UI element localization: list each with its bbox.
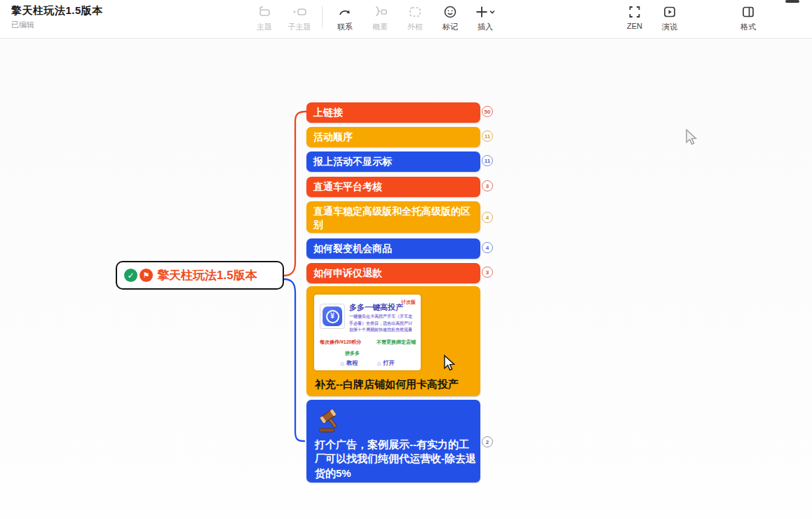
badge-value: 4: [486, 215, 489, 221]
root-topic[interactable]: ✓ ⚑ 擎天柱玩法1.5版本: [116, 261, 284, 290]
app-icon: ¥: [323, 306, 342, 326]
zen-brackets-icon: [627, 4, 642, 20]
count-badge[interactable]: 2: [482, 436, 493, 447]
app-title: 多多一键高投产: [349, 302, 403, 313]
topic-node[interactable]: 活动顺序: [306, 127, 480, 147]
platform-text: 拼多多: [345, 350, 360, 356]
insert-plus-icon: [475, 4, 496, 20]
marker-label: 标记: [442, 22, 458, 32]
topic-node[interactable]: 直通车稳定高级版和全托高级版的区别: [306, 201, 480, 233]
format-button[interactable]: 格式: [731, 4, 766, 32]
topic-label: 上链接: [313, 107, 343, 118]
subtopic-label: 子主题: [288, 22, 311, 32]
topic-label: 打个广告，案例展示--有实力的工厂可以找我们纯佣代运营收-除去退货的5%: [315, 438, 478, 480]
main-toolbar: 主题 子主题 联系: [247, 4, 503, 32]
app-description: 一键傻瓜化卡高投产开车（开车老手必看）全类目，适合出高投产计划第十个周期前快速拉…: [349, 314, 416, 334]
topic-label: 活动顺序: [313, 131, 353, 142]
yuan-icon: ¥: [326, 310, 339, 323]
marker-smiley-icon: [442, 4, 458, 20]
topic-node[interactable]: 如何裂变机会商品: [306, 238, 480, 259]
mouse-cursor-ghost: [684, 128, 699, 148]
summary-label: 概要: [372, 22, 388, 32]
tutorial-label: 教程: [346, 360, 358, 368]
app-icon-frame: ¥: [320, 304, 345, 329]
marker-button[interactable]: 标记: [433, 4, 468, 32]
badge-value: 4: [486, 245, 489, 251]
insert-button[interactable]: 插入: [468, 4, 503, 32]
embedded-screenshot: 计次版 ¥ 多多一键高投产 一键傻瓜化卡高投产开车（开车老手必看）全类目，适合出…: [314, 295, 421, 370]
relation-button[interactable]: 联系: [327, 4, 363, 32]
boundary-button[interactable]: 外框: [398, 4, 433, 32]
mindmap-canvas[interactable]: ✓ ⚑ 擎天柱玩法1.5版本 上链接 活动顺序 报上活动不显示标 直通车平台考核…: [0, 39, 812, 519]
boundary-icon: [407, 4, 423, 20]
window-dash[interactable]: [785, 0, 799, 3]
task-done-icon[interactable]: ✓: [124, 269, 137, 282]
topic-label: 主题: [257, 22, 272, 32]
count-badge[interactable]: 3: [482, 267, 493, 278]
relation-icon: [337, 4, 353, 20]
count-badge[interactable]: 11: [482, 155, 493, 166]
image-topic-node[interactable]: 计次版 ¥ 多多一键高投产 一键傻瓜化卡高投产开车（开车老手必看）全类目，适合出…: [306, 286, 480, 396]
relation-label: 联系: [337, 22, 353, 32]
topic-icon: [257, 4, 272, 20]
count-badge[interactable]: 4: [482, 242, 493, 253]
price-text: 每次操作/¥120积分: [320, 339, 362, 345]
format-label: 格式: [740, 22, 756, 32]
badge-value: 3: [486, 269, 489, 276]
format-panel-icon: [740, 4, 756, 20]
summary-icon: [372, 4, 388, 20]
badge-value: 3: [486, 183, 489, 189]
zen-button[interactable]: ZEN: [617, 4, 652, 30]
count-badge[interactable]: 11: [482, 130, 493, 142]
ad-topic-node[interactable]: 打个广告，案例展示--有实力的工厂可以找我们纯佣代运营收-除去退货的5%: [306, 400, 480, 483]
count-badge[interactable]: 3: [482, 180, 493, 191]
pitch-button[interactable]: 演说: [652, 4, 687, 32]
topic-label: 如何裂变机会商品: [313, 243, 392, 254]
topic-label: 报上活动不显示标: [313, 156, 392, 167]
badge-value: 50: [485, 109, 491, 115]
topic-node[interactable]: 直通车平台考核: [306, 177, 480, 197]
toolbar-divider: [322, 6, 323, 27]
subtopic-icon: [292, 4, 307, 20]
home-icon: ⌂: [341, 359, 344, 368]
topic-node[interactable]: 报上活动不显示标: [306, 151, 480, 172]
count-badge[interactable]: 4: [482, 212, 493, 223]
edition-tag: 计次版: [401, 299, 416, 305]
open-label: 打开: [383, 360, 394, 368]
document-status: 已编辑: [11, 20, 103, 30]
badge-value: 2: [486, 439, 489, 445]
summary-button[interactable]: 概要: [363, 4, 398, 32]
boundary-label: 外框: [407, 22, 423, 32]
root-topic-label: 擎天柱玩法1.5版本: [157, 267, 257, 283]
badge-value: 11: [485, 133, 490, 140]
topic-label: 如何申诉仅退款: [313, 267, 382, 278]
subtopic-button[interactable]: 子主题: [282, 4, 317, 32]
tutorial-button[interactable]: ⌂ 教程: [341, 359, 358, 368]
insert-label: 插入: [478, 22, 493, 32]
home-icon: ⌂: [377, 359, 381, 368]
right-toolbar: ZEN 演说 格式: [617, 4, 766, 32]
flag-icon[interactable]: ⚑: [140, 269, 153, 282]
card-buttons: ⌂ 教程 ⌂ 打开: [314, 359, 421, 368]
pitch-label: 演说: [662, 22, 677, 32]
document-title: 擎天柱玩法1.5版本: [11, 4, 103, 18]
note-text: 不需更换绑定店铺: [377, 339, 416, 345]
topic-label: 直通车稳定高级版和全托高级版的区别: [313, 205, 471, 230]
topic-button[interactable]: 主题: [247, 4, 282, 32]
app-header: 擎天柱玩法1.5版本 已编辑 主题 子主题: [0, 0, 812, 39]
play-icon: [662, 4, 677, 20]
zen-label: ZEN: [627, 22, 642, 30]
document-info: 擎天柱玩法1.5版本 已编辑: [11, 4, 103, 30]
topic-label: 直通车平台考核: [313, 181, 382, 192]
badge-value: 11: [485, 158, 490, 164]
topic-label: 补充--白牌店铺如何用卡高投产: [315, 377, 459, 391]
open-button[interactable]: ⌂ 打开: [377, 359, 394, 368]
count-badge[interactable]: 50: [482, 106, 493, 117]
topic-node[interactable]: 如何申诉仅退款: [306, 263, 480, 283]
topic-node[interactable]: 上链接: [306, 102, 480, 123]
gavel-icon: [315, 407, 343, 433]
